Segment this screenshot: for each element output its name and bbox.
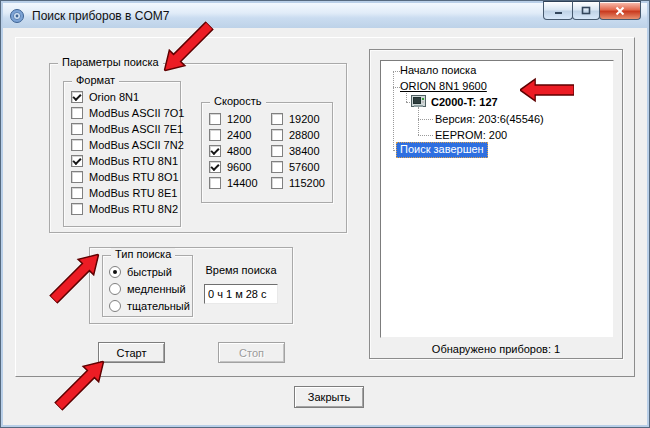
tree-line	[393, 87, 400, 88]
format-group-title: Формат	[72, 74, 119, 86]
radio-search-slow[interactable]: медленный	[109, 282, 186, 296]
search-time-label: Время поиска	[201, 264, 281, 276]
checkbox-speed-2400[interactable]: 2400	[209, 128, 251, 142]
checkbox-label: 115200	[289, 177, 325, 189]
radio-circle[interactable]	[109, 300, 121, 312]
checkbox-format-modbus-ascii-7e1[interactable]: ModBus ASCII 7E1	[71, 122, 183, 136]
checkbox-box[interactable]	[271, 161, 283, 173]
checkbox-box[interactable]	[209, 177, 221, 189]
checkbox-box[interactable]	[71, 107, 83, 119]
search-type-group-title: Тип поиска	[111, 248, 175, 260]
dialog-window: Поиск приборов в COM7 Параметры поиска Ф…	[0, 0, 650, 428]
tree-item-search-finished[interactable]: Поиск завершен	[396, 142, 488, 158]
checkbox-label: 57600	[289, 161, 320, 173]
checkbox-label: ModBus RTU 8E1	[89, 187, 177, 199]
radio-label: быстрый	[127, 266, 172, 278]
checkbox-box[interactable]	[71, 139, 83, 151]
checkbox-box[interactable]	[209, 161, 221, 173]
checkbox-box[interactable]	[71, 91, 83, 103]
speed-group-title: Скорость	[210, 95, 266, 107]
checkbox-speed-115200[interactable]: 115200	[271, 176, 325, 190]
checkbox-label: 9600	[227, 161, 251, 173]
checkbox-label: 4800	[227, 145, 251, 157]
device-icon	[411, 94, 428, 108]
checkbox-format-modbus-rtu-8o1[interactable]: ModBus RTU 8O1	[71, 170, 179, 184]
results-group: Начало поиска ORION 8N1 9600 C2000-T: 12…	[369, 49, 623, 359]
tree-item-search-start[interactable]: Начало поиска	[400, 64, 476, 77]
checkbox-box[interactable]	[271, 129, 283, 141]
checkbox-speed-28800[interactable]: 28800	[271, 128, 320, 142]
checkbox-label: ModBus ASCII 7N2	[89, 139, 184, 151]
checkbox-format-modbus-rtu-8e1[interactable]: ModBus RTU 8E1	[71, 186, 177, 200]
close-dialog-button[interactable]: Закрыть	[294, 386, 364, 408]
radio-search-fast[interactable]: быстрый	[109, 265, 172, 279]
checkbox-box[interactable]	[71, 203, 83, 215]
checkbox-label: 14400	[227, 177, 258, 189]
checkbox-label: 28800	[289, 129, 320, 141]
checkbox-box[interactable]	[271, 177, 283, 189]
close-icon	[615, 6, 625, 16]
tree-item-orion-8n1-9600[interactable]: ORION 8N1 9600	[400, 80, 487, 93]
checkbox-speed-14400[interactable]: 14400	[209, 176, 258, 190]
checkbox-speed-9600[interactable]: 9600	[209, 160, 251, 174]
minimize-icon	[554, 6, 563, 15]
checkbox-box[interactable]	[71, 123, 83, 135]
checkbox-speed-38400[interactable]: 38400	[271, 144, 320, 158]
checkbox-box[interactable]	[71, 155, 83, 167]
checkbox-label: ModBus RTU 8O1	[89, 171, 179, 183]
checkbox-label: 1200	[227, 113, 251, 125]
checkbox-box[interactable]	[209, 113, 221, 125]
maximize-icon	[581, 6, 591, 15]
checkbox-speed-19200[interactable]: 19200	[271, 112, 320, 126]
checkbox-format-modbus-ascii-7n2[interactable]: ModBus ASCII 7N2	[71, 138, 184, 152]
checkbox-box[interactable]	[71, 187, 83, 199]
stop-button[interactable]: Стоп	[218, 342, 285, 363]
search-params-group-title: Параметры поиска	[58, 56, 163, 68]
checkbox-label: 38400	[289, 145, 320, 157]
tree-item-version[interactable]: Версия: 203:6(45546)	[435, 113, 544, 126]
checkbox-format-modbus-ascii-7o1[interactable]: ModBus ASCII 7O1	[71, 106, 184, 120]
tree-line	[393, 71, 394, 151]
radio-circle[interactable]	[109, 266, 121, 278]
checkbox-label: ModBus ASCII 7O1	[89, 107, 184, 119]
checkbox-box[interactable]	[71, 171, 83, 183]
search-time-field[interactable]	[204, 284, 278, 304]
window-title: Поиск приборов в COM7	[32, 9, 169, 23]
checkbox-speed-4800[interactable]: 4800	[209, 144, 251, 158]
close-button[interactable]	[599, 1, 641, 20]
app-icon	[9, 8, 25, 24]
checkbox-box[interactable]	[271, 145, 283, 157]
minimize-button[interactable]	[543, 1, 573, 20]
checkbox-speed-1200[interactable]: 1200	[209, 112, 251, 126]
checkbox-speed-57600[interactable]: 57600	[271, 160, 320, 174]
checkbox-label: ModBus ASCII 7E1	[89, 123, 183, 135]
found-devices-label: Обнаружено приборов: 1	[370, 343, 622, 355]
radio-circle[interactable]	[109, 283, 121, 295]
radio-label: медленный	[127, 283, 186, 295]
start-button[interactable]: Старт	[98, 342, 165, 363]
checkbox-box[interactable]	[209, 129, 221, 141]
tree-line	[418, 119, 433, 120]
checkbox-label: ModBus RTU 8N2	[89, 203, 178, 215]
window-controls	[544, 1, 641, 20]
checkbox-format-orion-8n1[interactable]: Orion 8N1	[71, 90, 139, 104]
radio-search-thorough[interactable]: тщательный	[109, 299, 190, 313]
tree-item-eeprom[interactable]: EEPROM: 200	[435, 129, 507, 142]
radio-label: тщательный	[127, 300, 190, 312]
checkbox-format-modbus-rtu-8n1[interactable]: ModBus RTU 8N1	[71, 154, 178, 168]
maximize-button[interactable]	[572, 1, 600, 20]
checkbox-label: 2400	[227, 129, 251, 141]
checkbox-label: ModBus RTU 8N1	[89, 155, 178, 167]
checkbox-label: Orion 8N1	[89, 91, 139, 103]
tree-line	[418, 107, 419, 135]
checkbox-label: 19200	[289, 113, 320, 125]
tree-line	[418, 135, 433, 136]
checkbox-box[interactable]	[209, 145, 221, 157]
checkbox-format-modbus-rtu-8n2[interactable]: ModBus RTU 8N2	[71, 202, 178, 216]
tree-item-c2000t[interactable]: C2000-T: 127	[431, 96, 498, 109]
checkbox-box[interactable]	[271, 113, 283, 125]
tree-line	[393, 71, 400, 72]
search-results-tree[interactable]: Начало поиска ORION 8N1 9600 C2000-T: 12…	[380, 60, 614, 338]
